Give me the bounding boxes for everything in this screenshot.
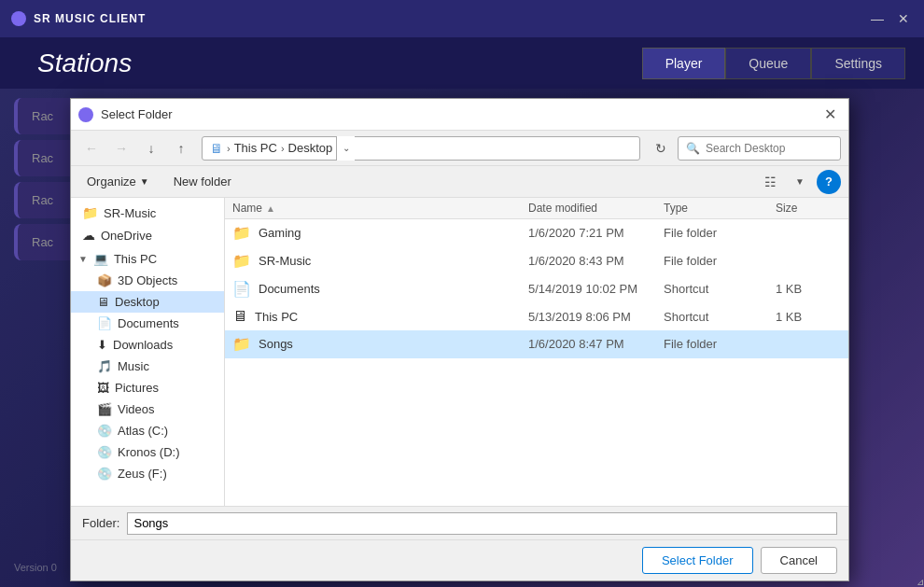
file-item-sr-music[interactable]: 📁 SR-Music 1/6/2020 8:43 PM File folder [225, 247, 848, 275]
tab-queue[interactable]: Queue [725, 48, 811, 79]
minimize-button[interactable]: — [868, 11, 887, 26]
column-type[interactable]: Type [664, 202, 776, 215]
file-date: 1/6/2020 8:47 PM [528, 337, 664, 351]
organize-chevron-icon: ▼ [140, 176, 149, 187]
file-size: 1 KB [776, 282, 841, 296]
file-date: 1/6/2020 7:21 PM [528, 226, 664, 240]
music-icon: 🎵 [97, 359, 112, 373]
breadcrumb-desktop[interactable]: Desktop [288, 141, 333, 155]
refresh-button[interactable]: ↻ [648, 136, 674, 161]
file-size: 1 KB [776, 310, 841, 324]
cloud-icon: ☁ [82, 228, 95, 243]
nav-tree-sub-item-pictures[interactable]: 🖼 Pictures [71, 377, 224, 398]
tab-player[interactable]: Player [642, 48, 726, 79]
help-button[interactable]: ? [817, 170, 841, 194]
search-input[interactable] [706, 142, 833, 155]
nav-tree-sub-item-zeus[interactable]: 💿 Zeus (F:) [71, 463, 224, 484]
nav-tree: 📁 SR-Music ☁ OneDrive ▼ 💻 This PC [71, 198, 225, 506]
nav-tree-sub-label: 3D Objects [118, 273, 177, 287]
column-date[interactable]: Date modified [528, 202, 664, 215]
app-title: SR MUSIC CLIENT [34, 12, 146, 25]
nav-tree-sub-label: Downloads [113, 338, 173, 352]
file-name: Documents [259, 282, 528, 296]
breadcrumb-folder-icon: 🖥 [210, 141, 223, 156]
3d-objects-icon: 📦 [97, 273, 112, 287]
file-name: Gaming [259, 226, 528, 240]
back-button[interactable]: ← [78, 136, 105, 161]
forward-button[interactable]: → [108, 136, 134, 161]
resize-handle[interactable]: ⊿ [913, 576, 924, 587]
nav-tree-group-thispc: ▼ 💻 This PC 📦 3D Objects 🖥 Desktop [71, 248, 224, 484]
tab-settings[interactable]: Settings [811, 48, 905, 79]
column-type-label: Type [664, 202, 688, 215]
nav-tree-sub-item-desktop[interactable]: 🖥 Desktop [71, 291, 224, 313]
file-item-songs[interactable]: 📁 Songs 1/6/2020 8:47 PM File folder [225, 330, 848, 358]
nav-tree-sub-item-kronos[interactable]: 💿 Kronos (D:) [71, 441, 224, 463]
column-date-label: Date modified [528, 202, 597, 215]
column-name[interactable]: Name ▲ [232, 202, 528, 215]
dialog-close-button[interactable]: ✕ [819, 104, 841, 126]
app-header: Stations Player Queue Settings [0, 37, 924, 89]
breadcrumb-this-pc[interactable]: This PC [234, 141, 277, 155]
nav-tree-sub-item-3d-objects[interactable]: 📦 3D Objects [71, 270, 224, 291]
app-content: Rac Rac Rac Rac Version 0 Select Folder … [0, 89, 924, 587]
cancel-button[interactable]: Cancel [761, 547, 837, 574]
breadcrumb-arrow-2: › [281, 143, 285, 154]
documents-icon: 📄 [97, 316, 112, 330]
shortcut-icon: 📄 [232, 280, 251, 298]
drive-c-icon: 💿 [97, 424, 112, 438]
videos-icon: 🎬 [97, 402, 112, 416]
file-list-area: Name ▲ Date modified Type Size [225, 198, 848, 506]
organize-button[interactable]: Organize ▼ [78, 170, 158, 193]
nav-tree-sub-item-music[interactable]: 🎵 Music [71, 356, 224, 377]
file-type: File folder [664, 226, 776, 240]
up-button[interactable]: ↑ [168, 136, 194, 161]
breadcrumb-arrow-1: › [227, 143, 231, 154]
nav-tree-sub-item-documents[interactable]: 📄 Documents [71, 313, 224, 334]
file-type: File folder [664, 254, 776, 268]
file-item-gaming[interactable]: 📁 Gaming 1/6/2020 7:21 PM File folder [225, 219, 848, 247]
search-icon: 🔍 [686, 142, 700, 155]
breadcrumb-dropdown[interactable]: ⌄ [336, 136, 355, 161]
title-bar-controls: — ✕ [868, 11, 913, 26]
file-date: 1/6/2020 8:43 PM [528, 254, 664, 268]
select-folder-button[interactable]: Select Folder [642, 547, 753, 574]
app-icon [11, 11, 26, 26]
dialog-title-left: Select Folder [78, 107, 173, 122]
title-bar: SR MUSIC CLIENT — ✕ [0, 0, 924, 37]
dialog-icon [78, 107, 93, 122]
nav-tree-sub-item-atlas[interactable]: 💿 Atlas (C:) [71, 420, 224, 441]
dialog-title-text: Select Folder [101, 107, 173, 121]
nav-tree-sub-label: Kronos (D:) [118, 445, 179, 459]
file-date: 5/13/2019 8:06 PM [528, 310, 664, 324]
file-item-documents[interactable]: 📄 Documents 5/14/2019 10:02 PM Shortcut … [225, 275, 848, 303]
file-list: 📁 Gaming 1/6/2020 7:21 PM File folder 📁 … [225, 219, 848, 506]
close-button[interactable]: ✕ [894, 11, 913, 26]
nav-tree-sub-item-downloads[interactable]: ⬇ Downloads [71, 334, 224, 356]
new-folder-button[interactable]: New folder [165, 170, 240, 193]
nav-tree-label: OneDrive [101, 229, 217, 243]
drive-f-icon: 💿 [97, 467, 112, 481]
recent-button[interactable]: ↓ [138, 136, 164, 161]
column-size-label: Size [776, 202, 797, 215]
view-dropdown-button[interactable]: ▼ [787, 170, 813, 194]
nav-tree-item-sr-music[interactable]: 📁 SR-Music [71, 202, 224, 224]
nav-tree-item-onedrive[interactable]: ☁ OneDrive [71, 224, 224, 246]
file-list-header: Name ▲ Date modified Type Size [225, 198, 848, 219]
column-size[interactable]: Size [776, 202, 841, 215]
folder-input[interactable] [127, 512, 837, 535]
nav-tree-sub-label: Desktop [115, 295, 160, 309]
app-header-title: Stations [37, 49, 132, 78]
nav-tabs: Player Queue Settings [642, 48, 905, 79]
nav-tree-sub-item-videos[interactable]: 🎬 Videos [71, 398, 224, 420]
nav-tree-sub-label: Pictures [115, 381, 159, 395]
nav-tree-sub-label: Videos [118, 402, 155, 416]
drive-d-icon: 💿 [97, 445, 112, 459]
breadcrumb-bar: 🖥 › This PC › Desktop ⌄ [202, 136, 640, 161]
folder-label: Folder: [82, 516, 119, 530]
computer-icon: 💻 [93, 252, 108, 266]
view-toggle-button[interactable]: ☷ [757, 170, 783, 194]
file-item-this-pc[interactable]: 🖥 This PC 5/13/2019 8:06 PM Shortcut 1 K… [225, 303, 848, 330]
nav-tree-group-header-thispc[interactable]: ▼ 💻 This PC [71, 248, 224, 270]
title-bar-left: SR MUSIC CLIENT [11, 11, 146, 26]
